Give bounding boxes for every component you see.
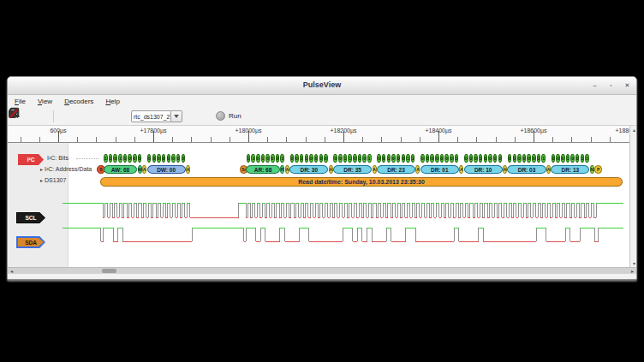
- bit-annotation: 0: [377, 154, 381, 163]
- sda-channel-tag[interactable]: SDA: [16, 236, 45, 248]
- title-bar[interactable]: PulseView –▫✕: [8, 77, 636, 95]
- i2c-annotation-a: A: [285, 165, 289, 174]
- bit-annotation: 0: [522, 154, 527, 163]
- titlebar-controls: –▫✕: [591, 81, 631, 89]
- run-button[interactable]: Run: [211, 110, 247, 122]
- menu-item-decoders[interactable]: Decoders: [64, 98, 93, 105]
- ruler-minor-tick: [571, 137, 572, 142]
- i2c-annotation-ar: AR: 68: [246, 165, 280, 174]
- ruler-minor-tick: [457, 137, 458, 142]
- bit-annotation: 0: [508, 154, 512, 163]
- bit-annotation: 1: [358, 154, 362, 163]
- ruler-minor-tick: [230, 137, 230, 142]
- sda-waveform-edges: [101, 228, 599, 241]
- scroll-left-arrow-icon[interactable]: ◂: [10, 268, 13, 275]
- i2c-annotation-aw: AW: 68: [104, 165, 138, 174]
- zoom-out-button[interactable]: [77, 109, 92, 124]
- scroll-right-arrow-icon[interactable]: ▸: [631, 268, 634, 275]
- bit-annotation: 0: [469, 154, 474, 163]
- ruler-major-tick: [248, 131, 249, 142]
- bit-annotation: 0: [176, 154, 181, 163]
- bit-annotation: 0: [513, 154, 517, 163]
- bit-annotation: 0: [464, 154, 468, 163]
- ruler-major-tick: [153, 131, 154, 142]
- bit-annotation: 0: [484, 154, 488, 163]
- i2c-decoder-tag[interactable]: I²C: [18, 154, 44, 165]
- scroll-up-arrow-icon[interactable]: ▴: [630, 127, 637, 133]
- bit-annotation: 0: [420, 154, 425, 163]
- menu-item-help[interactable]: Help: [105, 98, 119, 105]
- bit-annotation: 0: [444, 154, 449, 163]
- i2c-annotation-dw: DW: 00: [147, 165, 186, 174]
- menu-item-file[interactable]: File: [15, 98, 26, 105]
- bit-annotation: 0: [295, 154, 299, 163]
- bit-annotation: 0: [152, 154, 157, 163]
- toolbar: rtc_ds1307_2 Run: [8, 107, 636, 126]
- ruler-minor-tick: [191, 137, 192, 142]
- bit-annotation: 0: [426, 154, 430, 163]
- horizontal-scrollbar[interactable]: ◂ ▸: [8, 267, 636, 274]
- ruler-minor-tick: [116, 137, 116, 142]
- bit-annotation: 0: [570, 154, 575, 163]
- combo-dropdown-button[interactable]: [171, 110, 182, 122]
- probe-config-button[interactable]: [188, 109, 203, 124]
- ruler-minor-tick: [325, 137, 325, 142]
- save-session-button[interactable]: [33, 109, 48, 124]
- bit-annotation: 1: [537, 154, 541, 163]
- bit-annotation: 1: [411, 154, 415, 163]
- ds1307-annotation: Read date/time: Sunday, 10.03.2013 23:35…: [100, 177, 623, 187]
- i2c-annotation-p: P: [594, 165, 603, 174]
- bit-annotation: 0: [271, 154, 275, 163]
- bit-annotation: 1: [280, 154, 284, 163]
- bit-annotation: 1: [541, 154, 546, 163]
- zoom-in-button[interactable]: [59, 109, 75, 124]
- bit-annotation: 0: [474, 154, 478, 163]
- scl-channel-tag[interactable]: SCL: [16, 212, 45, 223]
- ruler-minor-tick: [591, 137, 592, 142]
- bit-annotation: 0: [167, 154, 171, 163]
- zoom-fit-button[interactable]: [95, 109, 110, 124]
- session-file-combo[interactable]: rtc_ds1307_2: [131, 110, 171, 122]
- bit-annotation: 0: [309, 154, 313, 163]
- toolbar-separator: [53, 110, 54, 122]
- bit-annotation: 0: [113, 154, 117, 163]
- i2c-annotation-dr: DR: 03: [507, 165, 546, 174]
- i2c-annotation-dr: DR: 01: [420, 165, 459, 174]
- close-button[interactable]: ✕: [623, 81, 631, 89]
- bit-annotation: 0: [171, 154, 176, 163]
- ruler-minor-tick: [515, 137, 516, 142]
- horizontal-scroll-thumb[interactable]: [102, 269, 116, 273]
- menu-item-view[interactable]: View: [38, 98, 52, 105]
- i2c-annotation-dr: DR: 13: [551, 165, 589, 174]
- bit-annotation: 0: [450, 154, 454, 163]
- bit-annotation: 0: [430, 154, 434, 163]
- bit-annotation: 1: [566, 154, 570, 163]
- bit-annotation: 0: [182, 154, 186, 163]
- bit-annotation: 0: [157, 154, 161, 163]
- trace-view[interactable]: I²C: Bits I²C: Address/Data DS1307 11010…: [8, 143, 637, 267]
- maximize-button[interactable]: ▫: [607, 81, 615, 89]
- bit-annotation: 1: [251, 154, 255, 163]
- bit-annotation: 0: [517, 154, 522, 163]
- bit-annotation: 0: [265, 154, 270, 163]
- ruler-minor-tick: [381, 137, 382, 142]
- ruler-minor-tick: [496, 137, 497, 142]
- scroll-down-arrow-icon[interactable]: ▾: [630, 260, 637, 266]
- ruler-minor-tick: [610, 137, 611, 142]
- time-ruler: 600µs+17800µs+18000µs+18200µs+18400µs+18…: [8, 126, 636, 143]
- vertical-scrollbar[interactable]: ▴ ▾: [629, 126, 637, 267]
- ruler-major-tick: [438, 131, 439, 142]
- bit-annotation: 0: [362, 154, 367, 163]
- bit-annotation: 0: [324, 154, 328, 163]
- run-button-label: Run: [229, 112, 242, 120]
- bit-annotation: 0: [402, 154, 406, 163]
- bit-annotation: 0: [435, 154, 439, 163]
- minimize-button[interactable]: –: [591, 81, 599, 89]
- bit-annotation: 1: [581, 154, 585, 163]
- bit-annotation: 0: [338, 154, 343, 163]
- zoom-one-to-one-button[interactable]: [113, 109, 128, 124]
- bit-annotation: 1: [585, 154, 589, 163]
- bit-annotation: 0: [256, 154, 260, 163]
- pulseview-window: PulseView –▫✕ FileViewDecodersHelp: [7, 76, 637, 280]
- bit-annotation: 0: [128, 154, 132, 163]
